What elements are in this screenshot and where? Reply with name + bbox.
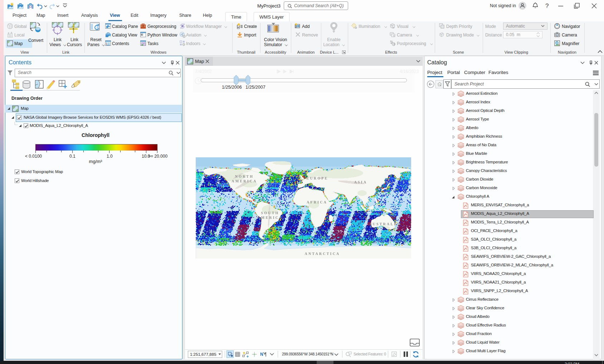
svg-text:ANTARCTICA: ANTARCTICA	[305, 252, 340, 256]
svg-text:AFRICA: AFRICA	[307, 200, 327, 204]
svg-text:?: ?	[545, 3, 549, 9]
svg-text:ASIA: ASIA	[354, 180, 367, 184]
svg-text:SOUTH: SOUTH	[261, 211, 279, 215]
svg-text:AUSTRALIA: AUSTRALIA	[369, 222, 400, 226]
svg-text:N: N	[260, 352, 263, 357]
svg-text:AMERICA: AMERICA	[232, 179, 257, 183]
svg-text:NORTH: NORTH	[235, 174, 254, 178]
svg-text:EUROPE: EUROPE	[307, 176, 328, 180]
svg-text:AMERICA: AMERICA	[257, 216, 283, 220]
